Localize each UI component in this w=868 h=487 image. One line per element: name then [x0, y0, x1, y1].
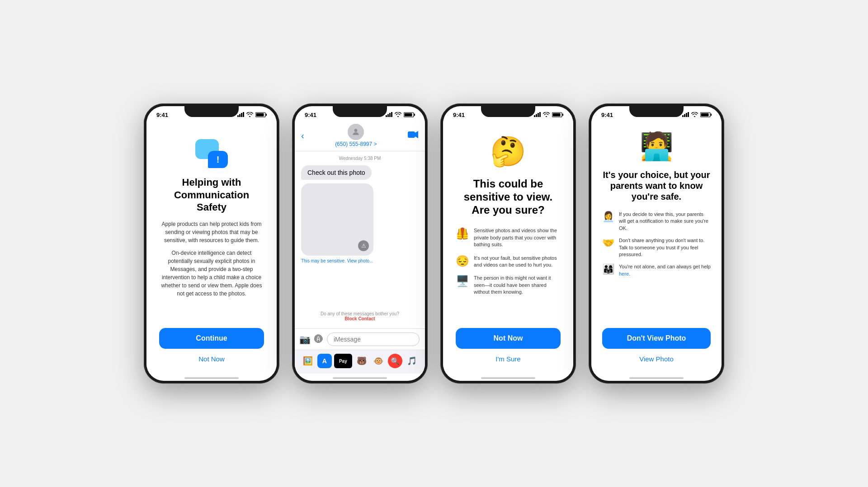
battery-icon-4	[700, 112, 712, 118]
svg-rect-17	[534, 115, 535, 117]
svg-rect-13	[414, 113, 415, 116]
phone-3-title: This could be sensitive to view. Are you…	[456, 178, 561, 216]
notch-4	[629, 106, 684, 117]
reason-item-1: 🦺 Sensitive photos and videos show the p…	[456, 227, 561, 248]
block-contact-section: Do any of these messages bother you? Blo…	[301, 311, 419, 324]
sensitive-overlay: ⚠	[358, 240, 369, 251]
svg-point-14	[354, 129, 358, 132]
svg-rect-25	[684, 114, 685, 117]
wifi-icon-2	[395, 112, 401, 118]
continue-button[interactable]: Continue	[159, 328, 264, 349]
svg-rect-10	[391, 112, 392, 117]
appstore-icon[interactable]: 🅐	[314, 334, 323, 345]
imessage-input[interactable]	[327, 332, 420, 346]
wifi-icon-3	[543, 112, 550, 118]
not-now-button-3[interactable]: Not Now	[456, 328, 561, 349]
wifi-icon-4	[691, 112, 698, 118]
applepay-dock-icon[interactable]: Pay	[334, 354, 352, 368]
photos-dock-icon[interactable]: 🖼️	[301, 354, 315, 368]
phone-1-title: Helping with Communication Safety	[159, 176, 264, 214]
info-text-3: You're not alone, and can always get hel…	[619, 263, 711, 277]
reason-emoji-3: 🖥️	[456, 275, 469, 287]
phone-2-content: ‹ (650) 555-8997 > Wednesday 5:38 PM	[295, 121, 425, 374]
monkey-dock-icon[interactable]: 🐵	[371, 354, 386, 368]
phone-4: 9:41 🧑‍💻 It's	[589, 103, 724, 384]
block-contact-button[interactable]: Block Contact	[301, 316, 419, 321]
phone-2: 9:41 ‹	[292, 103, 428, 384]
thinking-emoji: 🤔	[490, 135, 526, 169]
info-text-2: Don't share anything you don't want to. …	[619, 237, 711, 258]
svg-rect-9	[389, 113, 391, 117]
status-icons-2	[386, 112, 415, 118]
svg-rect-0	[237, 115, 239, 117]
view-photo-link[interactable]: View photo...	[347, 258, 373, 263]
info-list: 👩‍💼 If you decide to view this, your par…	[602, 211, 711, 277]
svg-rect-12	[405, 113, 412, 116]
reason-emoji-1: 🦺	[456, 227, 469, 240]
phone-3: 9:41 🤔 This cou	[440, 103, 576, 384]
signal-icon-3	[534, 112, 541, 118]
camera-icon[interactable]: 📷	[299, 334, 311, 345]
music-dock-icon[interactable]: 🎵	[405, 354, 419, 368]
home-indicator-1	[184, 377, 239, 379]
svg-rect-24	[682, 115, 684, 117]
appstore-dock-icon[interactable]: A	[317, 354, 332, 368]
notch-2	[333, 106, 387, 117]
search-dock-icon[interactable]: 🔍	[388, 354, 402, 368]
reason-text-2: It's not your fault, but sensitive photo…	[474, 255, 561, 269]
status-icons-1	[237, 112, 267, 118]
im-sure-button[interactable]: I'm Sure	[456, 355, 561, 363]
status-time-1: 9:41	[156, 112, 168, 118]
reason-text-1: Sensitive photos and videos show the pri…	[474, 227, 561, 248]
home-indicator-2	[333, 377, 387, 379]
svg-rect-3	[243, 112, 244, 117]
svg-rect-20	[539, 112, 541, 117]
audio-icon[interactable]: 🎙	[423, 334, 425, 345]
exclaim-icon: !	[217, 155, 220, 165]
contact-avatar	[348, 124, 364, 140]
svg-rect-7	[386, 115, 387, 117]
phone-1-content: ! Helping with Communication Safety Appl…	[146, 121, 277, 374]
view-photo-button-4[interactable]: View Photo	[602, 355, 711, 363]
svg-rect-15	[408, 131, 415, 138]
reason-emoji-2: 😔	[456, 255, 469, 267]
signal-icon-2	[386, 112, 392, 118]
video-call-icon[interactable]	[408, 131, 419, 141]
svg-rect-27	[688, 112, 689, 117]
safety-icon: !	[195, 139, 228, 168]
status-time-2: 9:41	[305, 112, 316, 118]
phone-1-body2: On-device intelligence can detect potent…	[159, 249, 264, 298]
reason-list: 🦺 Sensitive photos and videos show the p…	[456, 227, 561, 295]
info-item-2: 🤝 Don't share anything you don't want to…	[602, 237, 711, 258]
info-emoji-2: 🤝	[602, 237, 614, 249]
messages-header: ‹ (650) 555-8997 >	[295, 121, 425, 151]
svg-rect-26	[686, 113, 687, 117]
message-timestamp: Wednesday 5:38 PM	[301, 156, 419, 161]
here-link[interactable]: here.	[619, 271, 630, 276]
scene: 9:41	[126, 85, 742, 402]
reason-text-3: The person in this might not want it see…	[474, 275, 561, 295]
dont-view-button[interactable]: Don't View Photo	[602, 328, 711, 349]
back-button[interactable]: ‹	[301, 131, 304, 141]
svg-rect-30	[711, 113, 712, 116]
contact-info: (650) 555-8997 >	[309, 124, 403, 147]
contact-name[interactable]: (650) 555-8997 >	[335, 141, 377, 147]
phone-1-body1: Apple products can help protect kids fro…	[159, 220, 264, 244]
messages-body: Wednesday 5:38 PM Check out this photo ⚠…	[295, 151, 425, 328]
sensitive-label: This may be sensitive. View photo...	[301, 258, 419, 263]
info-emoji-3: 👨‍👩‍👧	[602, 263, 614, 275]
message-bubble: Check out this photo	[301, 165, 372, 180]
battery-icon-2	[404, 112, 415, 118]
svg-marker-16	[415, 131, 418, 138]
signal-icon-1	[237, 112, 244, 118]
svg-rect-18	[536, 114, 537, 117]
phone-1-frame: 9:41	[144, 103, 279, 384]
bear-dock-icon[interactable]: 🐻	[354, 354, 369, 368]
svg-rect-22	[553, 113, 561, 116]
phone-1: 9:41	[144, 103, 279, 384]
home-indicator-4	[629, 377, 684, 379]
svg-rect-19	[538, 113, 539, 117]
reason-item-3: 🖥️ The person in this might not want it …	[456, 275, 561, 295]
not-now-button-1[interactable]: Not Now	[159, 355, 264, 363]
battery-icon-3	[552, 112, 563, 118]
